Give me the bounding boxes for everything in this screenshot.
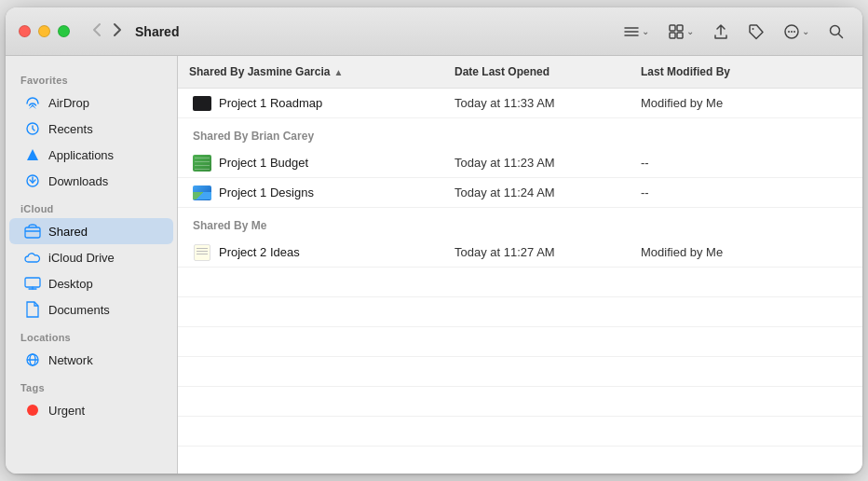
- file-row-project1-roadmap[interactable]: Project 1 Roadmap Today at 11:33 AM Modi…: [178, 89, 862, 118]
- empty-row-5: [178, 387, 862, 417]
- file-modified: --: [630, 181, 862, 204]
- more-button[interactable]: ⌄: [779, 21, 814, 43]
- sidebar-item-urgent[interactable]: Urgent: [9, 397, 173, 423]
- svg-point-9: [788, 31, 790, 33]
- desktop-icon: [24, 275, 41, 292]
- svg-point-11: [793, 31, 795, 33]
- col-header-name[interactable]: Shared By Jasmine Garcia ▲: [178, 56, 443, 88]
- window-title: Shared: [135, 24, 179, 39]
- svg-rect-17: [25, 227, 40, 238]
- finder-window: Shared ⌄ ⌄: [6, 7, 862, 474]
- file-row-project2-ideas[interactable]: Project 2 Ideas Today at 11:27 AM Modifi…: [178, 238, 862, 268]
- sidebar-item-network[interactable]: Network: [9, 347, 173, 373]
- titlebar-actions: ⌄ ⌄: [618, 21, 849, 43]
- airdrop-icon: [24, 94, 41, 111]
- sidebar-item-desktop[interactable]: Desktop: [9, 270, 173, 296]
- sidebar-applications-label: Applications: [48, 148, 114, 162]
- empty-row-3: [178, 327, 862, 357]
- file-date: Today at 11:23 AM: [443, 151, 630, 174]
- maximize-button[interactable]: [58, 25, 70, 37]
- traffic-lights: [19, 25, 70, 37]
- file-modified: --: [630, 151, 862, 174]
- sort-arrow: ▲: [333, 67, 343, 77]
- svg-rect-19: [25, 278, 40, 287]
- downloads-icon: [24, 172, 41, 189]
- grid-view-button[interactable]: ⌄: [663, 21, 698, 43]
- back-button[interactable]: [88, 21, 105, 42]
- sidebar-item-shared[interactable]: Shared: [9, 218, 173, 244]
- applications-icon: [24, 146, 41, 163]
- keynote-icon: [193, 96, 211, 111]
- search-button[interactable]: [823, 21, 849, 43]
- image-icon: [193, 186, 211, 200]
- sidebar-recents-label: Recents: [48, 122, 93, 136]
- svg-rect-3: [670, 25, 675, 31]
- svg-rect-6: [677, 33, 683, 38]
- sidebar: Favorites AirDrop: [6, 56, 178, 474]
- titlebar: Shared ⌄ ⌄: [6, 7, 862, 56]
- sidebar-section-favorites: Favorites: [6, 65, 177, 89]
- tag-button[interactable]: [743, 21, 769, 43]
- file-name: Project 1 Roadmap: [219, 96, 322, 110]
- sidebar-section-tags: Tags: [6, 373, 177, 397]
- group-header-me: Shared By Me: [178, 208, 862, 238]
- sidebar-item-airdrop[interactable]: AirDrop: [9, 89, 173, 116]
- empty-row-2: [178, 297, 862, 327]
- file-name: Project 1 Budget: [219, 156, 308, 170]
- empty-row-4: [178, 357, 862, 387]
- sidebar-item-documents[interactable]: Documents: [9, 296, 173, 323]
- network-icon: [24, 351, 41, 368]
- documents-icon: [24, 301, 41, 318]
- list-view-button[interactable]: ⌄: [618, 21, 654, 43]
- file-date: Today at 11:27 AM: [443, 240, 630, 264]
- close-button[interactable]: [19, 25, 31, 37]
- urgent-tag-icon: [24, 402, 41, 419]
- sidebar-item-recents[interactable]: Recents: [9, 116, 173, 142]
- shared-icon: [24, 223, 41, 240]
- empty-row-6: [178, 417, 862, 447]
- sidebar-icloud-drive-label: iCloud Drive: [48, 251, 115, 265]
- sidebar-documents-label: Documents: [48, 303, 110, 317]
- group-header-brian: Shared By Brian Carey: [178, 118, 862, 148]
- file-date: Today at 11:24 AM: [443, 181, 630, 204]
- sidebar-item-downloads[interactable]: Downloads: [9, 168, 173, 194]
- file-modified: Modified by Me: [630, 240, 862, 264]
- sidebar-item-icloud-drive[interactable]: iCloud Drive: [9, 244, 173, 270]
- col-header-modified[interactable]: Last Modified By: [630, 56, 862, 88]
- share-button[interactable]: [708, 21, 734, 43]
- sidebar-item-applications[interactable]: Applications: [9, 142, 173, 168]
- file-modified: Modified by Me: [630, 91, 862, 115]
- nav-buttons: [88, 21, 126, 42]
- file-row-project1-budget[interactable]: Project 1 Budget Today at 11:23 AM --: [178, 148, 862, 178]
- main-content: Favorites AirDrop: [6, 56, 862, 474]
- icloud-icon: [24, 249, 41, 266]
- minimize-button[interactable]: [38, 25, 50, 37]
- sidebar-airdrop-label: AirDrop: [48, 96, 89, 110]
- sidebar-section-icloud: iCloud: [6, 194, 177, 218]
- svg-line-13: [839, 34, 843, 37]
- recents-icon: [24, 120, 41, 137]
- sidebar-downloads-label: Downloads: [48, 174, 108, 188]
- sidebar-network-label: Network: [48, 353, 93, 367]
- file-name: Project 2 Ideas: [219, 245, 300, 259]
- notes-icon: [193, 245, 211, 260]
- svg-point-7: [753, 28, 754, 30]
- svg-rect-4: [677, 25, 683, 31]
- sidebar-urgent-label: Urgent: [48, 404, 85, 418]
- empty-row-1: [178, 268, 862, 297]
- file-date: Today at 11:33 AM: [443, 91, 630, 115]
- file-row-project1-designs[interactable]: Project 1 Designs Today at 11:24 AM --: [178, 178, 862, 208]
- sidebar-shared-label: Shared: [48, 225, 88, 239]
- spreadsheet-icon: [193, 156, 211, 171]
- forward-button[interactable]: [109, 21, 126, 42]
- sidebar-desktop-label: Desktop: [48, 277, 93, 291]
- svg-rect-5: [670, 33, 675, 38]
- sidebar-section-locations: Locations: [6, 323, 177, 347]
- svg-point-10: [791, 31, 793, 33]
- filelist-header: Shared By Jasmine Garcia ▲ Date Last Ope…: [178, 56, 862, 89]
- col-header-date[interactable]: Date Last Opened: [443, 56, 630, 88]
- file-name: Project 1 Designs: [219, 186, 314, 199]
- file-list: Shared By Jasmine Garcia ▲ Date Last Ope…: [178, 56, 862, 474]
